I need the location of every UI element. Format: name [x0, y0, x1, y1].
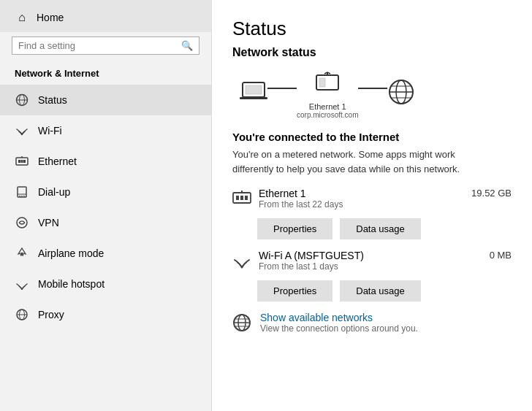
router-icon [315, 71, 340, 99]
diagram-laptop [240, 81, 267, 110]
diagram-router: Ethernet 1 corp.microsoft.com [297, 71, 358, 119]
search-icon: 🔍 [181, 40, 193, 51]
sidebar-item-label-airplane: Airplane mode [38, 247, 104, 259]
card-info-0: Ethernet 1 From the last 22 days [259, 188, 464, 210]
search-input[interactable] [18, 40, 181, 51]
sidebar-item-wifi[interactable]: Wi-Fi [0, 115, 211, 146]
main-content: Status Network status [212, 0, 532, 411]
diagram-globe [387, 78, 415, 112]
svg-rect-6 [21, 160, 23, 163]
sidebar-item-label-dialup: Dial-up [38, 186, 70, 198]
router-sublabel: corp.microsoft.com [297, 111, 358, 119]
airplane-icon [15, 246, 29, 261]
svg-rect-23 [319, 78, 325, 87]
sidebar-item-airplane[interactable]: Airplane mode [0, 238, 211, 269]
svg-rect-35 [245, 196, 248, 200]
card-info-1: Wi-Fi A (MSFTGUEST) From the last 1 days [259, 250, 482, 272]
svg-rect-33 [236, 196, 239, 200]
sidebar-item-ethernet[interactable]: Ethernet [0, 146, 211, 177]
card-sub-0: From the last 22 days [259, 199, 464, 210]
page-subtitle: Network status [232, 46, 512, 59]
card-icon-0 [232, 189, 251, 212]
svg-point-11 [19, 196, 20, 197]
dialup-icon [15, 185, 29, 199]
wifi-icon [15, 123, 29, 138]
section-label: Network & Internet [0, 62, 211, 85]
sidebar-item-label-ethernet: Ethernet [38, 155, 77, 167]
sidebar-item-label-status: Status [38, 94, 67, 106]
vpn-icon [15, 215, 29, 230]
sidebar-item-hotspot[interactable]: Mobile hotspot [0, 269, 211, 299]
globe-icon [387, 78, 415, 110]
svg-point-15 [21, 288, 23, 290]
card-datausage-btn-0[interactable]: Data usage [340, 218, 421, 239]
card-row-1: Wi-Fi A (MSFTGUEST) From the last 1 days… [232, 250, 512, 274]
card-usage-1: 0 MB [490, 250, 512, 261]
card-buttons-1: Properties Data usage [257, 280, 512, 301]
svg-rect-34 [240, 196, 243, 200]
svg-point-3 [21, 134, 23, 135]
sidebar-item-label-hotspot: Mobile hotspot [38, 278, 104, 290]
svg-rect-20 [240, 97, 267, 99]
card-usage-0: 19.52 GB [471, 188, 512, 199]
sidebar-item-label-vpn: VPN [38, 217, 59, 228]
svg-rect-5 [18, 160, 20, 163]
card-name-0: Ethernet 1 [259, 188, 464, 199]
sidebar-item-status[interactable]: Status [0, 85, 211, 115]
show-networks-text: Show available networks View the connect… [260, 312, 418, 334]
ethernet-icon [15, 154, 29, 169]
sidebar-item-label-proxy: Proxy [38, 309, 64, 320]
show-networks-title[interactable]: Show available networks [260, 312, 418, 323]
status-icon [15, 93, 29, 107]
card-properties-btn-0[interactable]: Properties [257, 218, 332, 239]
card-properties-btn-1[interactable]: Properties [257, 280, 332, 301]
show-networks-sub: View the connection options around you. [260, 323, 418, 334]
network-card-1: Wi-Fi A (MSFTGUEST) From the last 1 days… [232, 250, 512, 301]
card-buttons-0: Properties Data usage [257, 218, 512, 239]
svg-point-12 [21, 196, 23, 197]
network-diagram: Ethernet 1 corp.microsoft.com [232, 71, 512, 119]
network-cards: Ethernet 1 From the last 22 days 19.52 G… [232, 188, 512, 301]
card-icon-1 [232, 251, 251, 274]
card-datausage-btn-1[interactable]: Data usage [340, 280, 421, 301]
router-label: Ethernet 1 [309, 102, 346, 111]
diagram-line-1 [267, 88, 297, 89]
sidebar: ⌂ Home 🔍 Network & Internet StatusWi-FiE… [0, 0, 212, 411]
show-networks[interactable]: Show available networks View the connect… [232, 312, 512, 337]
svg-point-14 [17, 218, 27, 228]
nav-list: StatusWi-FiEthernetDial-upVPNAirplane mo… [0, 85, 211, 330]
proxy-icon [15, 307, 29, 322]
sidebar-item-proxy[interactable]: Proxy [0, 299, 211, 330]
connection-message: You're connected to the Internet [232, 131, 512, 143]
svg-point-13 [23, 196, 25, 197]
sidebar-item-label-wifi: Wi-Fi [38, 125, 62, 137]
card-row-0: Ethernet 1 From the last 22 days 19.52 G… [232, 188, 512, 212]
show-networks-icon [232, 313, 251, 337]
card-name-1: Wi-Fi A (MSFTGUEST) [259, 250, 482, 261]
hotspot-icon [15, 277, 29, 291]
page-title: Status [232, 18, 512, 40]
sidebar-item-home[interactable]: ⌂ Home [0, 0, 211, 32]
search-box: 🔍 [12, 37, 200, 55]
diagram-line-2 [358, 88, 387, 89]
home-icon: ⌂ [15, 10, 29, 25]
svg-rect-7 [23, 160, 26, 163]
card-sub-1: From the last 1 days [259, 261, 482, 272]
network-card-0: Ethernet 1 From the last 22 days 19.52 G… [232, 188, 512, 239]
home-label: Home [37, 12, 64, 23]
svg-point-37 [241, 266, 243, 269]
connection-submessage: You're on a metered network. Some apps m… [232, 147, 512, 176]
svg-rect-21 [246, 85, 262, 94]
sidebar-item-dialup[interactable]: Dial-up [0, 177, 211, 207]
laptop-icon [240, 81, 267, 107]
sidebar-item-vpn[interactable]: VPN [0, 207, 211, 238]
